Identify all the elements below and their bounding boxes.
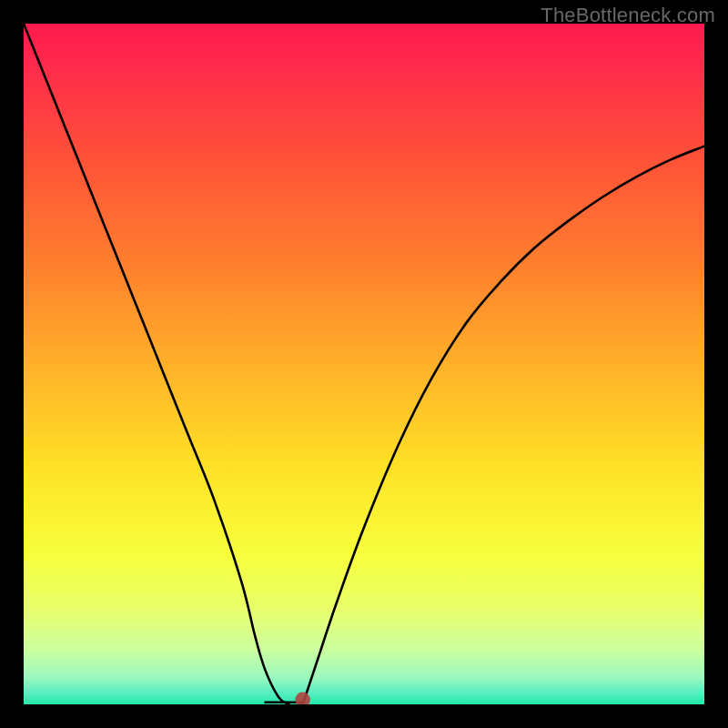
watermark-text: TheBottleneck.com (541, 4, 715, 27)
bottleneck-curve-left (24, 24, 289, 704)
optimum-marker (295, 693, 309, 704)
curve-layer (24, 24, 704, 704)
bottleneck-curve-right (303, 147, 704, 704)
chart-frame: TheBottleneck.com (0, 0, 728, 728)
plot-area (24, 24, 704, 704)
